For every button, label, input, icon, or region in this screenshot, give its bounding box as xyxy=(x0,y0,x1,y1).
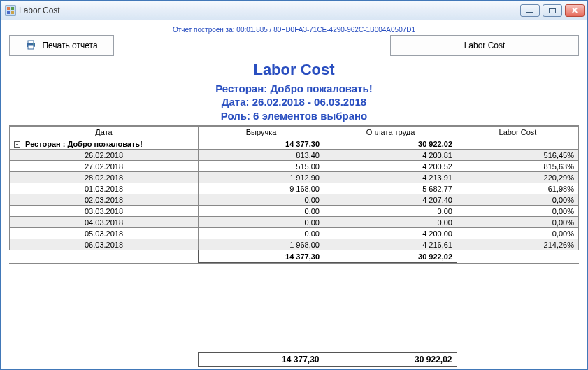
cell-labor_cost: 516,45% xyxy=(457,150,579,161)
cell-revenue: 0,00 xyxy=(199,194,324,206)
table-row: 26.02.2018813,404 200,81516,45% xyxy=(10,150,579,161)
labor-cost-button[interactable]: Labor Cost xyxy=(390,35,579,56)
cell-labor_pay: 5 682,77 xyxy=(324,183,457,194)
svg-point-8 xyxy=(34,43,35,45)
cell-labor_pay: 4 200,81 xyxy=(324,150,457,161)
cell-labor_cost: 815,63% xyxy=(457,161,579,172)
cell-labor_pay: 0,00 xyxy=(324,217,457,228)
table-row: 06.03.20181 968,004 216,61214,26% xyxy=(10,239,579,250)
report-table: Дата Выручка Оплата труда Labor Cost - Р… xyxy=(9,126,579,263)
group-label: Ресторан : Добро пожаловать! xyxy=(25,140,143,148)
cell-date: 26.02.2018 xyxy=(10,150,199,161)
cell-date: 03.03.2018 xyxy=(10,206,199,217)
table-header-row: Дата Выручка Оплата труда Labor Cost xyxy=(10,127,579,138)
cell-labor_cost: 0,00% xyxy=(457,217,579,228)
grand-total-table: 14 377,30 30 922,02 xyxy=(9,352,579,367)
col-labor-pay: Оплата труда xyxy=(324,127,457,138)
svg-rect-7 xyxy=(28,45,34,49)
cell-revenue: 1 968,00 xyxy=(199,239,324,250)
cell-labor_pay: 4 200,52 xyxy=(324,161,457,172)
cell-labor_pay: 0,00 xyxy=(324,206,457,217)
cell-date: 01.03.2018 xyxy=(10,183,199,194)
grand-labor-pay: 30 922,02 xyxy=(324,353,457,367)
titlebar: Labor Cost ✕ xyxy=(1,1,587,20)
cell-date: 04.03.2018 xyxy=(10,217,199,228)
grand-total-area: 14 377,30 30 922,02 xyxy=(9,346,579,367)
svg-rect-3 xyxy=(7,11,10,14)
cell-date: 27.02.2018 xyxy=(10,161,199,172)
table-row: 01.03.20189 168,005 682,7761,98% xyxy=(10,183,579,194)
table-row: 04.03.20180,000,000,00% xyxy=(10,217,579,228)
cell-labor_cost: 220,29% xyxy=(457,172,579,183)
col-revenue: Выручка xyxy=(199,127,324,138)
cell-revenue: 0,00 xyxy=(199,228,324,239)
table-row: 05.03.20180,004 200,000,00% xyxy=(10,228,579,239)
cell-revenue: 0,00 xyxy=(199,206,324,217)
subtotal-revenue: 14 377,30 xyxy=(199,250,324,263)
report-restaurant: Ресторан: Добро пожаловать! xyxy=(9,82,579,96)
report-meta: Отчет построен за: 00:01.885 / 80FD0FA3-… xyxy=(9,26,579,34)
table-row: 03.03.20180,000,000,00% xyxy=(10,206,579,217)
cell-revenue: 515,00 xyxy=(199,161,324,172)
group-labor-pay: 30 922,02 xyxy=(324,138,457,150)
table-row: 28.02.20181 912,904 213,91220,29% xyxy=(10,172,579,183)
cell-revenue: 0,00 xyxy=(199,217,324,228)
col-date: Дата xyxy=(10,127,199,138)
col-labor-cost: Labor Cost xyxy=(457,127,579,138)
cell-labor_pay: 4 200,00 xyxy=(324,228,457,239)
cell-revenue: 1 912,90 xyxy=(199,172,324,183)
grand-revenue: 14 377,30 xyxy=(198,353,324,367)
report-role: Роль: 6 элементов выбрано xyxy=(9,109,579,123)
toolbar: Печать отчета Labor Cost xyxy=(9,35,579,56)
report-header: Labor Cost Ресторан: Добро пожаловать! Д… xyxy=(9,60,579,122)
window-title: Labor Cost xyxy=(19,6,520,15)
app-icon xyxy=(5,5,16,16)
cell-revenue: 9 168,00 xyxy=(199,183,324,194)
print-button-label: Печать отчета xyxy=(42,41,97,50)
print-report-button[interactable]: Печать отчета xyxy=(9,35,114,56)
svg-rect-4 xyxy=(11,11,14,14)
cell-labor_cost: 61,98% xyxy=(457,183,579,194)
table-row: 27.02.2018515,004 200,52815,63% xyxy=(10,161,579,172)
cell-labor_pay: 4 216,61 xyxy=(324,239,457,250)
cell-labor_pay: 4 213,91 xyxy=(324,172,457,183)
cell-date: 02.03.2018 xyxy=(10,194,199,206)
cell-labor_cost: 0,00% xyxy=(457,194,579,206)
report-table-area: Дата Выручка Оплата труда Labor Cost - Р… xyxy=(9,125,579,264)
cell-revenue: 813,40 xyxy=(199,150,324,161)
cell-labor_pay: 4 207,40 xyxy=(324,194,457,206)
group-revenue: 14 377,30 xyxy=(199,138,324,150)
grand-total-row: 14 377,30 30 922,02 xyxy=(9,353,579,367)
minimize-button[interactable] xyxy=(520,4,540,17)
close-button[interactable]: ✕ xyxy=(565,4,585,17)
cell-date: 28.02.2018 xyxy=(10,172,199,183)
group-labor-cost xyxy=(457,138,579,150)
report-title: Labor Cost xyxy=(9,60,579,80)
collapse-icon[interactable]: - xyxy=(14,141,20,148)
svg-rect-6 xyxy=(28,41,34,43)
subtotal-labor-pay: 30 922,02 xyxy=(324,250,457,263)
group-row: - Ресторан : Добро пожаловать! 14 377,30… xyxy=(10,138,579,150)
svg-rect-2 xyxy=(11,7,14,10)
printer-icon xyxy=(25,40,36,52)
cell-date: 05.03.2018 xyxy=(10,228,199,239)
report-date-range: Дата: 26.02.2018 - 06.03.2018 xyxy=(9,95,579,109)
labor-cost-button-label: Labor Cost xyxy=(464,41,505,50)
maximize-button[interactable] xyxy=(543,4,562,17)
cell-labor_cost: 0,00% xyxy=(457,228,579,239)
content-area: Отчет построен за: 00:01.885 / 80FD0FA3-… xyxy=(1,20,587,369)
table-row: 02.03.20180,004 207,400,00% xyxy=(10,194,579,206)
cell-labor_cost: 214,26% xyxy=(457,239,579,250)
app-window: Labor Cost ✕ Отчет построен за: 00:01.88… xyxy=(0,0,588,370)
subtotal-row: 14 377,30 30 922,02 xyxy=(10,250,579,263)
cell-date: 06.03.2018 xyxy=(10,239,199,250)
svg-rect-1 xyxy=(7,7,10,10)
cell-labor_cost: 0,00% xyxy=(457,206,579,217)
window-buttons: ✕ xyxy=(520,4,585,17)
